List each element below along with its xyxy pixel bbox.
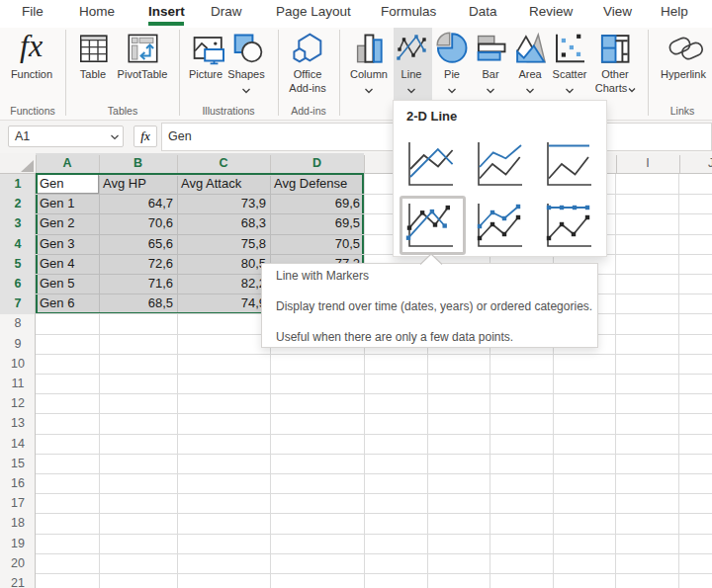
svg-text:fx: fx xyxy=(20,28,43,63)
